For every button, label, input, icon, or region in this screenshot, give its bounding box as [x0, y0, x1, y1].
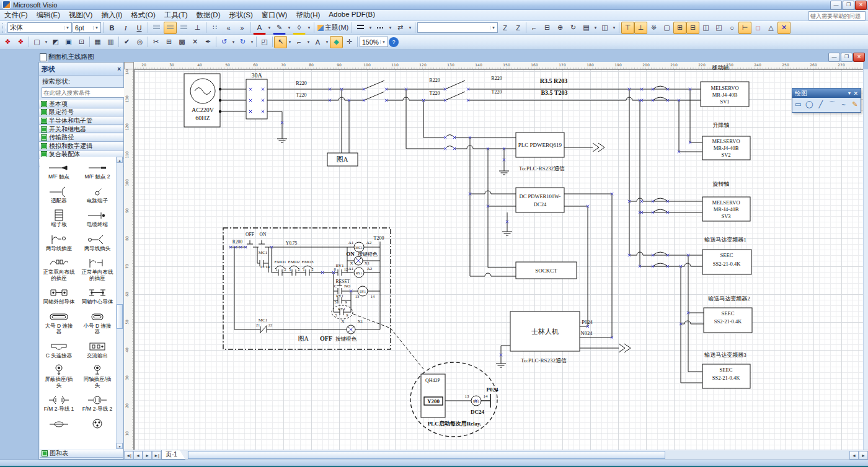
alignment-box-button[interactable]: ◫: [699, 22, 712, 34]
chevron-down-icon[interactable]: ▼: [380, 40, 386, 44]
stencil-item[interactable]: 两导线插头: [78, 232, 117, 252]
next-page-button[interactable]: ►: [143, 451, 152, 460]
page-breaks-button[interactable]: ▢: [660, 22, 673, 34]
freeform-tool[interactable]: ~: [839, 100, 848, 110]
stencil-item[interactable]: C 头连接器: [40, 339, 78, 359]
chevron-down-icon[interactable]: ▼: [286, 22, 292, 33]
stencil-item[interactable]: 正常单向布线 的插座: [78, 256, 117, 281]
vertical-scrollbar[interactable]: [863, 69, 868, 450]
increase-indent-button[interactable]: »: [236, 22, 249, 34]
help-input[interactable]: [808, 11, 866, 20]
open-button[interactable]: ◩: [49, 36, 62, 48]
shapes-panel-header[interactable]: 形状 ×: [39, 63, 123, 76]
union-button[interactable]: ⊟: [541, 22, 554, 34]
research-button[interactable]: ◎: [133, 36, 146, 48]
drawing-page[interactable]: [134, 69, 863, 450]
category-4[interactable]: 传输路径: [39, 133, 123, 142]
stencil-item[interactable]: 屏蔽插座/插 头: [40, 363, 78, 388]
stencil-scrollbar[interactable]: ▲ ▼: [116, 157, 123, 449]
arc-tool[interactable]: ⌒: [828, 100, 837, 110]
delete-button[interactable]: ✕: [188, 36, 202, 48]
shape-vertices-button[interactable]: △: [764, 22, 777, 34]
category-1[interactable]: 限定符号: [39, 108, 123, 117]
theme-button[interactable]: 主题(M): [316, 22, 350, 34]
connector-style-button[interactable]: ⌐: [528, 22, 541, 34]
menu-item-10[interactable]: Adobe PDF(B): [324, 10, 379, 20]
font-color-button[interactable]: A: [253, 21, 266, 35]
help-button[interactable]: ?: [389, 37, 399, 47]
scroll-right-icon[interactable]: ►: [859, 451, 868, 460]
chevron-down-icon[interactable]: ▼: [249, 37, 255, 48]
chevron-down-icon[interactable]: ▼: [593, 22, 598, 33]
last-page-button[interactable]: ►|: [152, 451, 161, 460]
spelling-button[interactable]: ✔: [120, 36, 133, 48]
bold-button[interactable]: B: [105, 22, 118, 34]
rotate-button[interactable]: ↻: [567, 22, 580, 34]
zoom-combo[interactable]: 150% ▼: [360, 37, 388, 47]
category-2[interactable]: 半导体和电子管: [39, 116, 123, 125]
doc-restore-button[interactable]: ❐: [841, 53, 852, 62]
menu-item-1[interactable]: 编辑(E): [32, 10, 64, 20]
menu-item-0[interactable]: 文件(F): [0, 10, 32, 20]
stencil-item[interactable]: 正常双向布线 的插座: [40, 256, 78, 281]
fragment-button[interactable]: ⊕: [554, 22, 567, 34]
stencil-item[interactable]: 电路端子: [78, 185, 117, 204]
print-preview-button[interactable]: ▥: [104, 36, 117, 48]
bullets-button[interactable]: ∷: [208, 22, 221, 34]
page-tab[interactable]: 页-1: [161, 450, 185, 460]
chevron-down-icon[interactable]: ▼: [490, 26, 495, 30]
line-pattern-button[interactable]: [374, 22, 387, 34]
document-tab[interactable]: 翻面机主线路图: [38, 52, 126, 62]
prev-page-button[interactable]: ◄: [133, 451, 143, 460]
chevron-down-icon[interactable]: ▼: [324, 37, 330, 48]
close-icon[interactable]: ×: [117, 66, 121, 72]
line-color-button[interactable]: ✎: [273, 21, 286, 35]
scroll-down-icon[interactable]: ▼: [117, 443, 123, 449]
stencil-item[interactable]: 小号 D 连接 器: [78, 310, 117, 335]
pdf-convert-button[interactable]: ❖: [1, 36, 14, 48]
style-combo[interactable]: ▼: [417, 22, 498, 33]
stencil-item[interactable]: 适配器: [40, 185, 78, 204]
chevron-down-icon[interactable]: ▼: [306, 22, 312, 33]
pencil-tool[interactable]: ✎: [850, 100, 859, 110]
menu-item-9[interactable]: 帮助(H): [291, 10, 324, 20]
menu-item-8[interactable]: 窗口(W): [257, 10, 292, 20]
shape-extensions-button[interactable]: ◰: [712, 22, 725, 34]
guides-button[interactable]: ⊢: [738, 22, 751, 34]
font-family-combo[interactable]: 宋体 ▼: [7, 22, 72, 33]
stencil-item[interactable]: 端子板: [40, 208, 78, 228]
layers-button[interactable]: ▤: [580, 22, 593, 34]
dynamic-grid-button[interactable]: ※: [647, 22, 660, 34]
chevron-down-icon[interactable]: ▼: [368, 22, 373, 33]
menu-item-4[interactable]: 格式(O): [126, 10, 160, 20]
chevron-down-icon[interactable]: ▼: [64, 26, 69, 30]
scrollbar-thumb[interactable]: [188, 451, 665, 459]
menu-item-7[interactable]: 形状(S): [225, 10, 257, 20]
menu-item-3[interactable]: 插入(I): [97, 10, 126, 20]
stencil-item[interactable]: 大号 D 连接 器: [40, 310, 78, 335]
line-tool[interactable]: ╱: [816, 100, 825, 110]
report-button[interactable]: ◫: [598, 22, 611, 34]
stencil-item[interactable]: F/M 2-导线 2: [78, 393, 117, 412]
toolbar-grip[interactable]: [2, 23, 6, 33]
permission-button[interactable]: ⊡: [75, 36, 88, 48]
menu-item-6[interactable]: 数据(D): [192, 10, 225, 20]
line-weight-button[interactable]: [354, 22, 367, 34]
chevron-down-icon[interactable]: ▼: [306, 37, 311, 48]
undo-button[interactable]: ↺: [218, 36, 231, 48]
category-0[interactable]: 基本项: [39, 100, 123, 108]
shape-geometry-button[interactable]: □: [751, 22, 764, 34]
align-center-button[interactable]: [164, 22, 177, 34]
stencil-item[interactable]: [40, 417, 78, 430]
pointer-tool-button[interactable]: ↖: [274, 36, 287, 48]
text-tool-button[interactable]: A: [311, 36, 324, 48]
paste-button[interactable]: ▩: [175, 36, 188, 48]
stencil-item[interactable]: [78, 417, 117, 430]
text-vertical-button[interactable]: ⊥: [191, 22, 204, 34]
stencil-item[interactable]: 电缆终端: [78, 208, 117, 228]
decrease-indent-button[interactable]: «: [222, 22, 235, 34]
align-right-button[interactable]: [177, 22, 190, 34]
chevron-down-icon[interactable]: ▼: [267, 22, 272, 33]
grid-button[interactable]: ⊟: [686, 22, 699, 34]
stencil-item[interactable]: 同轴插座/插 头: [78, 363, 117, 388]
